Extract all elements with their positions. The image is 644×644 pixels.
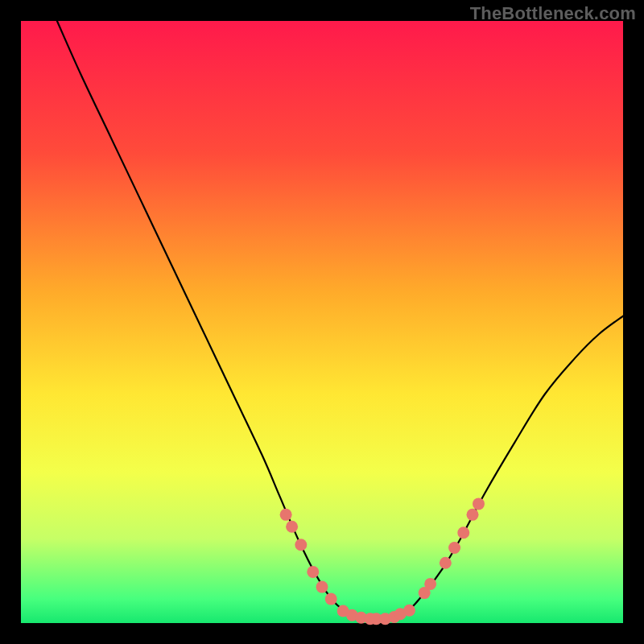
bottleneck-chart [0,0,644,644]
highlight-dot [295,539,307,551]
highlight-dot [307,566,319,578]
highlight-dot [473,497,485,510]
highlight-dot [440,557,452,569]
highlight-dot [403,605,415,617]
highlight-dot [325,593,337,605]
highlight-dot [280,509,292,521]
chart-container: TheBottleneck.com [0,0,644,644]
highlight-dot [457,526,469,539]
highlight-dot [448,542,460,554]
highlight-dot [424,578,436,590]
highlight-dot [467,509,479,521]
svg-rect-1 [21,21,623,623]
highlight-dot [316,581,328,593]
highlight-dot [286,521,298,533]
watermark-label: TheBottleneck.com [470,3,636,24]
